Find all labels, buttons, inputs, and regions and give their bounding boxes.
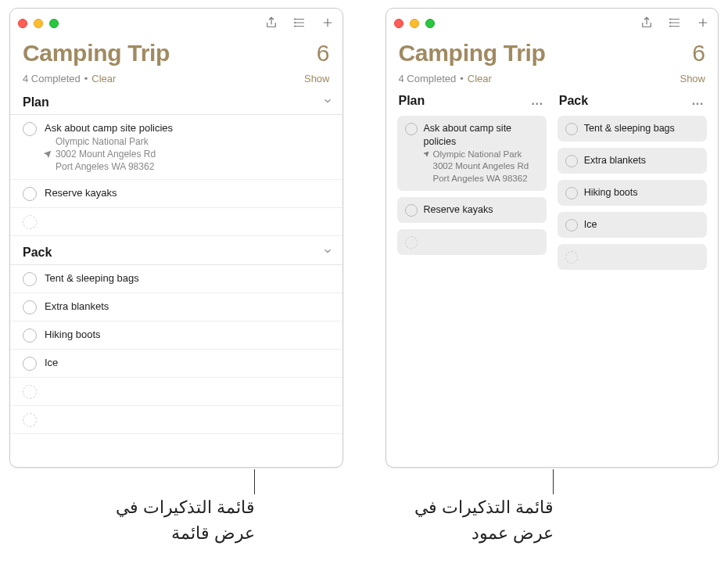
new-reminder-card[interactable] [397,229,547,255]
reminder-address-1: 3002 Mount Angeles Rd [424,160,539,173]
complete-toggle[interactable] [405,204,418,217]
reminder-title: Ice [45,356,333,370]
clear-completed-button[interactable]: Clear [468,73,492,84]
caption-column-view: قائمة التذكيرات في عرض عمود [374,494,554,546]
reminder-row[interactable]: Extra blankets [10,293,342,321]
share-icon[interactable] [264,16,278,32]
reminder-card[interactable]: Ice [558,212,707,238]
column-title: Pack [559,94,588,108]
column-header-plan[interactable]: Plan … [397,91,547,116]
reminder-row[interactable]: Reserve kayaks [10,180,342,208]
list-header: Camping Trip 6 [10,38,342,70]
clear-completed-button[interactable]: Clear [91,73,116,84]
reminder-title: Tent & sleeping bags [584,122,699,135]
complete-toggle[interactable] [23,328,37,343]
complete-toggle[interactable] [23,300,37,314]
reminder-title: Reserve kayaks [45,186,333,200]
view-options-icon[interactable] [292,16,307,32]
new-reminder-placeholder-icon [405,236,418,249]
reminder-title: Hiking boots [45,328,333,342]
section-title: Plan [23,95,49,109]
list-header: Camping Trip 6 [386,38,719,70]
window-controls [394,19,435,28]
reminder-title: Reserve kayaks [424,203,539,217]
share-icon[interactable] [640,16,654,32]
complete-toggle[interactable] [405,123,418,135]
chevron-down-icon [322,246,333,260]
reminder-title: Ice [584,218,699,232]
reminder-title: Ask about camp site policies [424,122,539,149]
reminder-count: 6 [692,40,705,66]
chevron-down-icon [322,95,333,109]
caption-list-view: قائمة التذكيرات في عرض قائمة [75,494,255,546]
section-header-pack[interactable]: Pack [10,241,342,265]
complete-toggle[interactable] [565,123,578,135]
view-options-icon[interactable] [668,16,682,32]
column-plan: Plan … Ask about camp site policies Olym… [397,91,547,276]
new-reminder-row[interactable] [10,208,342,236]
close-window-button[interactable] [18,19,27,28]
column-pack: Pack … Tent & sleeping bags Extra blanke… [558,91,707,276]
reminder-row[interactable]: Ice [10,350,342,378]
reminder-title: Hiking boots [584,186,699,199]
reminder-location-name: Olympic National Park [45,135,333,148]
complete-toggle[interactable] [565,187,578,199]
list-title: Camping Trip [23,40,317,66]
complete-toggle[interactable] [565,155,578,167]
reminder-row[interactable]: Ask about camp site policies Olympic Nat… [10,115,342,180]
completed-count: 4 Completed [399,73,457,84]
section-header-plan[interactable]: Plan [10,91,342,115]
add-reminder-icon[interactable] [321,16,335,32]
new-reminder-placeholder-icon [565,251,578,264]
complete-toggle[interactable] [23,187,37,201]
minimize-window-button[interactable] [34,19,43,28]
fullscreen-window-button[interactable] [49,19,59,28]
more-icon[interactable]: … [691,94,705,108]
window-controls [18,19,59,28]
reminders-window-column-view: Camping Trip 6 4 Completed • Clear Show … [386,8,719,468]
reminder-title: Tent & sleeping bags [45,271,333,285]
column-header-pack[interactable]: Pack … [558,91,707,116]
complete-toggle[interactable] [23,272,37,286]
reminder-address-2: Port Angeles WA 98362 [45,160,333,173]
new-reminder-row[interactable] [10,378,342,406]
titlebar [386,9,719,38]
reminder-card[interactable]: Hiking boots [558,180,707,206]
new-reminder-placeholder-icon [23,385,37,399]
reminder-card[interactable]: Tent & sleeping bags [558,116,707,142]
show-completed-button[interactable]: Show [680,73,705,84]
show-completed-button[interactable]: Show [304,73,330,84]
reminder-row[interactable]: Hiking boots [10,321,342,350]
reminder-location-name: Olympic National Park [424,149,539,161]
complete-toggle[interactable] [565,219,578,232]
section-title: Pack [23,246,52,260]
reminder-count: 6 [317,40,330,66]
close-window-button[interactable] [394,19,403,28]
reminder-title: Extra blankets [45,300,333,314]
new-reminder-card[interactable] [558,244,707,270]
column-title: Plan [399,94,425,108]
new-reminder-placeholder-icon [23,413,37,427]
reminder-address-2: Port Angeles WA 98362 [424,173,539,185]
fullscreen-window-button[interactable] [425,19,435,28]
reminders-window-list-view: Camping Trip 6 4 Completed • Clear Show … [9,8,343,468]
reminder-title: Extra blankets [584,154,699,167]
list-subheader: 4 Completed • Clear Show [386,70,719,91]
complete-toggle[interactable] [23,357,37,371]
reminder-card[interactable]: Ask about camp site policies Olympic Nat… [397,116,547,191]
titlebar [10,9,342,38]
reminder-title: Ask about camp site policies [45,121,333,135]
more-icon[interactable]: … [531,94,545,108]
completed-count: 4 Completed [23,73,81,84]
list-title: Camping Trip [399,40,693,66]
add-reminder-icon[interactable] [696,16,710,32]
reminder-row[interactable]: Tent & sleeping bags [10,265,342,293]
new-reminder-placeholder-icon [23,215,37,229]
complete-toggle[interactable] [23,122,37,136]
reminder-card[interactable]: Reserve kayaks [397,197,547,223]
minimize-window-button[interactable] [410,19,419,28]
list-subheader: 4 Completed • Clear Show [10,70,342,91]
reminder-card[interactable]: Extra blankets [558,148,707,174]
reminder-address-1: 3002 Mount Angeles Rd [45,148,333,160]
new-reminder-row[interactable] [10,406,342,434]
